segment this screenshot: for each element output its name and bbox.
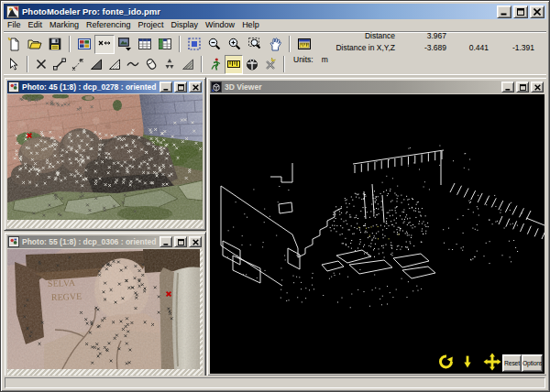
menu-item-file[interactable]: File xyxy=(4,19,25,31)
new-document-button[interactable] xyxy=(5,35,25,54)
app-titlebar[interactable]: PhotoModeler Pro: fonte_ido.pmr xyxy=(4,4,546,19)
menu-item-window[interactable]: Window xyxy=(202,19,238,31)
point-cloud-dot xyxy=(410,241,411,242)
surface-outline-button[interactable] xyxy=(105,55,124,74)
measure-mode-icon xyxy=(226,57,241,71)
point-cloud-dot xyxy=(336,231,337,232)
photo-55-maximize-button[interactable] xyxy=(174,236,187,247)
menu-item-display[interactable]: Display xyxy=(168,19,203,31)
wireframe-edge xyxy=(336,250,371,263)
wireframe-tick xyxy=(527,226,531,234)
new-document-icon xyxy=(7,37,22,51)
point-cloud-dot xyxy=(364,291,365,292)
menu-item-project[interactable]: Project xyxy=(135,19,168,31)
photo-55-minimize-button[interactable] xyxy=(160,236,172,247)
point-cloud-dot xyxy=(341,206,342,207)
wireframe-tick xyxy=(499,216,502,224)
photo-set-button[interactable] xyxy=(74,35,94,54)
global-sphere-button[interactable] xyxy=(243,55,261,74)
mark-cylinder-button[interactable] xyxy=(142,55,160,74)
photo-55-close-button[interactable] xyxy=(189,236,202,247)
photo-45-minimize-button[interactable] xyxy=(160,82,172,93)
options-button[interactable]: Options xyxy=(522,354,543,372)
open-project-button[interactable] xyxy=(25,35,45,54)
referencing-layout-button[interactable] xyxy=(94,35,115,54)
menu-item-help[interactable]: Help xyxy=(238,19,263,31)
toolbar-row-1 xyxy=(5,34,314,54)
units-caption: Units: xyxy=(293,55,314,64)
point-cloud-dot xyxy=(285,259,286,260)
point-cloud-dot xyxy=(378,203,379,204)
app-maximize-button[interactable] xyxy=(513,5,528,18)
mark-line-button[interactable] xyxy=(50,55,69,74)
photo-45-close-button[interactable] xyxy=(189,82,202,93)
menu-item-edit[interactable]: Edit xyxy=(25,19,47,31)
wireframe-tick xyxy=(471,191,476,200)
point-cloud-dot xyxy=(497,221,498,222)
viewer-3d-titlebar[interactable]: 3D Viewer xyxy=(210,81,544,93)
point-cloud-dot xyxy=(341,212,342,213)
viewer-3d-close-button[interactable] xyxy=(531,82,544,93)
scale-figure-icon xyxy=(208,57,223,71)
point-cloud-dot xyxy=(356,197,357,198)
point-cloud-dot xyxy=(358,289,358,290)
point-cloud-dot xyxy=(378,238,379,239)
zoom-in-button[interactable] xyxy=(225,35,245,54)
point-cloud-dot xyxy=(352,234,353,234)
point-cloud-dot xyxy=(376,233,377,234)
mark-curve-button[interactable] xyxy=(124,55,142,74)
point-cloud-dot xyxy=(464,168,465,169)
point-cloud-dot xyxy=(402,219,402,220)
viewer-3d-maximize-button[interactable] xyxy=(516,82,529,93)
point-cloud-dot xyxy=(345,200,346,201)
photo-45-titlebar[interactable]: Photo: 45 (1:8) : dcp_0278 : oriented xyxy=(7,81,203,93)
viewer-3d-minimize-button[interactable] xyxy=(501,82,514,93)
menu-item-referencing[interactable]: Referencing xyxy=(82,19,135,31)
pan-button[interactable] xyxy=(265,35,285,54)
zoom-out-button[interactable] xyxy=(204,35,225,54)
point-cloud-dot xyxy=(404,221,405,222)
measure-mode-button[interactable] xyxy=(225,55,243,74)
zoom-fit-button[interactable] xyxy=(184,35,204,54)
point-cloud-dot xyxy=(388,212,389,213)
photo-55-title: Photo: 55 (1:8) : dcp_0306 : oriented xyxy=(22,237,160,246)
point-cloud-dot xyxy=(356,193,357,194)
photo-45-canvas[interactable] xyxy=(7,94,203,228)
reset-button[interactable]: Reset xyxy=(502,354,522,372)
viewer-3d-canvas[interactable]: Reset Options xyxy=(210,94,544,374)
measurements-pane-button[interactable] xyxy=(294,35,314,54)
toolbar-separator xyxy=(289,36,291,52)
save-project-button[interactable] xyxy=(45,35,65,54)
point-cloud-dot xyxy=(375,217,376,218)
surface-filled-button[interactable] xyxy=(87,55,105,74)
surface-textured-icon xyxy=(181,57,195,71)
point-table-button[interactable] xyxy=(135,35,155,54)
photo-55-image: SELVA REGVE xyxy=(7,249,200,369)
point-cloud-dot xyxy=(352,200,353,201)
photo-55-window: Photo: 55 (1:8) : dcp_0306 : oriented xyxy=(4,232,206,376)
translate-vertical-icon[interactable] xyxy=(462,353,477,371)
menu-item-marking[interactable]: Marking xyxy=(46,19,82,31)
photo-55-canvas[interactable]: SELVA REGVE xyxy=(7,249,203,376)
point-cloud-dot xyxy=(425,231,426,232)
select-arrow-button[interactable] xyxy=(5,55,23,74)
app-minimize-button[interactable] xyxy=(497,5,512,18)
point-cloud-dot xyxy=(372,289,373,290)
point-cloud-dot xyxy=(375,288,376,289)
zoom-area-button[interactable] xyxy=(245,35,265,54)
point-quality-button[interactable] xyxy=(261,55,280,74)
photo-55-titlebar[interactable]: Photo: 55 (1:8) : dcp_0306 : oriented xyxy=(7,235,203,248)
pan-view-icon[interactable] xyxy=(483,353,501,371)
photo-45-maximize-button[interactable] xyxy=(174,82,187,93)
surface-textured-button[interactable] xyxy=(179,55,197,74)
photo-table-button[interactable] xyxy=(115,35,135,54)
reference-points-button[interactable] xyxy=(69,55,87,74)
point-cloud-dot xyxy=(347,277,348,278)
photo-window-icon xyxy=(8,82,19,93)
mark-point-button[interactable] xyxy=(32,55,50,74)
silhouette-button[interactable] xyxy=(160,55,179,74)
rotate-view-icon[interactable] xyxy=(437,353,456,371)
data-table-button[interactable] xyxy=(155,35,175,54)
app-close-button[interactable] xyxy=(530,5,544,18)
scale-figure-button[interactable] xyxy=(206,55,225,74)
